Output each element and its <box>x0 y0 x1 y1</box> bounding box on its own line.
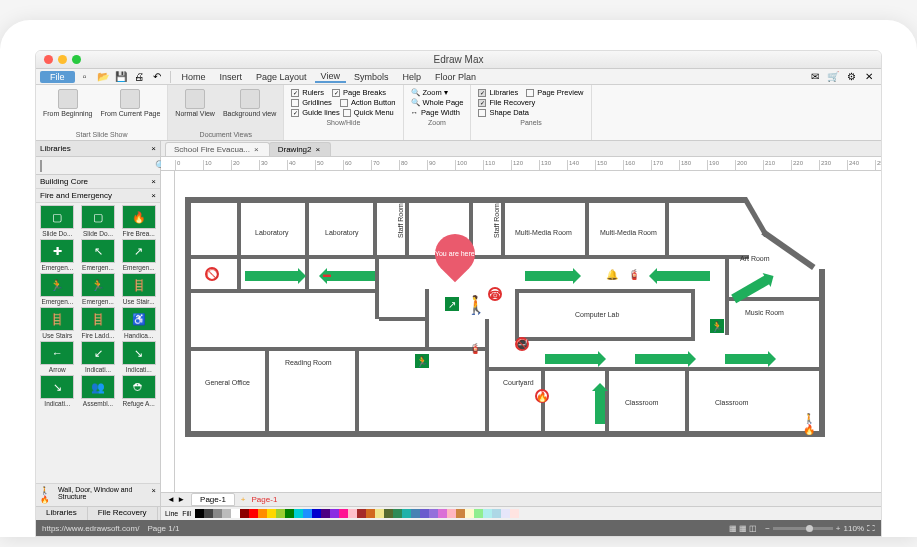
zoom-dropdown[interactable]: 🔍 Zoom ▾ <box>411 88 464 97</box>
menu-floorplan[interactable]: Floor Plan <box>429 72 482 82</box>
library-item[interactable]: ↖Emergen... <box>79 239 118 271</box>
doc-tab-2[interactable]: Drawing2× <box>269 142 331 156</box>
minimize-window-icon[interactable] <box>58 55 67 64</box>
page-width-button[interactable]: ↔ Page Width <box>411 108 464 117</box>
color-swatch[interactable] <box>258 509 267 518</box>
menu-symbols[interactable]: Symbols <box>348 72 395 82</box>
color-swatch[interactable] <box>330 509 339 518</box>
library-item[interactable]: ▢Slide Do... <box>79 205 118 237</box>
zoom-slider[interactable] <box>773 527 833 530</box>
new-icon[interactable]: ▫ <box>78 70 92 84</box>
color-swatch[interactable] <box>195 509 204 518</box>
lib-section-fire[interactable]: Fire and Emergency <box>40 191 112 200</box>
color-swatch[interactable] <box>438 509 447 518</box>
lib-section-wall[interactable]: Wall, Door, Window and Structure <box>58 486 152 504</box>
drawing-canvas[interactable]: Laboratory Laboratory Staff Room Staff R… <box>175 171 881 492</box>
library-item[interactable]: ♿Handica... <box>119 307 158 339</box>
page-tab[interactable]: Page-1 <box>191 493 235 506</box>
color-swatch[interactable] <box>393 509 402 518</box>
color-swatch[interactable] <box>348 509 357 518</box>
maximize-window-icon[interactable] <box>72 55 81 64</box>
cart-icon[interactable]: 🛒 <box>826 70 840 84</box>
color-swatch[interactable] <box>447 509 456 518</box>
menu-insert[interactable]: Insert <box>214 72 249 82</box>
background-view-button[interactable]: Background view <box>220 87 279 130</box>
color-swatch[interactable] <box>474 509 483 518</box>
color-swatch[interactable] <box>231 509 240 518</box>
color-swatch[interactable] <box>501 509 510 518</box>
library-picker-icon[interactable] <box>40 160 42 172</box>
color-swatch[interactable] <box>339 509 348 518</box>
menu-pagelayout[interactable]: Page Layout <box>250 72 313 82</box>
color-swatch[interactable] <box>222 509 231 518</box>
color-swatch[interactable] <box>465 509 474 518</box>
close-icon[interactable]: ✕ <box>862 70 876 84</box>
color-swatch[interactable] <box>204 509 213 518</box>
settings-icon[interactable]: ⚙ <box>844 70 858 84</box>
doc-tab-1[interactable]: School Fire Evacua...× <box>165 142 270 156</box>
menu-help[interactable]: Help <box>396 72 427 82</box>
lib-section-building[interactable]: Building Core <box>40 177 88 186</box>
pagebreaks-checkbox[interactable] <box>332 89 340 97</box>
color-swatch[interactable] <box>411 509 420 518</box>
from-current-page-button[interactable]: From Current Page <box>97 87 163 130</box>
tab-filerecovery[interactable]: File Recovery <box>88 507 158 520</box>
close-window-icon[interactable] <box>44 55 53 64</box>
file-menu[interactable]: File <box>40 71 75 83</box>
save-icon[interactable]: 💾 <box>114 70 128 84</box>
library-item[interactable]: ↙Indicati... <box>79 341 118 373</box>
color-swatch[interactable] <box>420 509 429 518</box>
color-swatch[interactable] <box>375 509 384 518</box>
open-icon[interactable]: 📂 <box>96 70 110 84</box>
whole-page-button[interactable]: 🔍 Whole Page <box>411 98 464 107</box>
color-swatch[interactable] <box>285 509 294 518</box>
guidelines-checkbox[interactable] <box>291 109 299 117</box>
libraries-checkbox[interactable] <box>478 89 486 97</box>
library-item[interactable]: ⛑Refuge A... <box>119 375 158 407</box>
color-swatch[interactable] <box>240 509 249 518</box>
color-swatch[interactable] <box>492 509 501 518</box>
rulers-checkbox[interactable] <box>291 89 299 97</box>
menu-home[interactable]: Home <box>176 72 212 82</box>
library-item[interactable]: 🏃Emergen... <box>38 273 77 305</box>
library-item[interactable]: 👥Assembl... <box>79 375 118 407</box>
print-icon[interactable]: 🖨 <box>132 70 146 84</box>
libraries-close-icon[interactable]: × <box>151 144 156 153</box>
color-swatch[interactable] <box>366 509 375 518</box>
library-item[interactable]: ←Arrow <box>38 341 77 373</box>
tab-libraries[interactable]: Libraries <box>36 507 88 520</box>
quickmenu-checkbox[interactable] <box>343 109 351 117</box>
color-swatch[interactable] <box>267 509 276 518</box>
library-item[interactable]: 🔥Fire Brea... <box>119 205 158 237</box>
color-swatch[interactable] <box>213 509 222 518</box>
library-item[interactable]: ✚Emergen... <box>38 239 77 271</box>
from-beginning-button[interactable]: From Beginning <box>40 87 95 130</box>
library-item[interactable]: ▢Slide Do... <box>38 205 77 237</box>
library-item[interactable]: ↘Indicati... <box>119 341 158 373</box>
color-swatch[interactable] <box>510 509 519 518</box>
library-item[interactable]: 🏃Emergen... <box>79 273 118 305</box>
filerecovery-checkbox[interactable] <box>478 99 486 107</box>
library-search-input[interactable] <box>46 161 151 170</box>
color-swatch[interactable] <box>303 509 312 518</box>
undo-icon[interactable]: ↶ <box>150 70 164 84</box>
normal-view-button[interactable]: Normal View <box>172 87 218 130</box>
color-swatch[interactable] <box>294 509 303 518</box>
library-item[interactable]: 🪜Use Stair... <box>119 273 158 305</box>
pagepreview-checkbox[interactable] <box>526 89 534 97</box>
color-swatch[interactable] <box>357 509 366 518</box>
color-swatch[interactable] <box>402 509 411 518</box>
color-swatch[interactable] <box>249 509 258 518</box>
color-swatch[interactable] <box>456 509 465 518</box>
library-item[interactable]: ↘Indicati... <box>38 375 77 407</box>
color-swatch[interactable] <box>321 509 330 518</box>
mail-icon[interactable]: ✉ <box>808 70 822 84</box>
color-swatch[interactable] <box>429 509 438 518</box>
library-item[interactable]: 🪜Use Stairs <box>38 307 77 339</box>
library-item[interactable]: 🪜Fire Ladd... <box>79 307 118 339</box>
menu-view[interactable]: View <box>315 71 346 83</box>
color-swatch[interactable] <box>384 509 393 518</box>
shapedata-checkbox[interactable] <box>478 109 486 117</box>
color-swatch[interactable] <box>276 509 285 518</box>
library-item[interactable]: ↗Emergen... <box>119 239 158 271</box>
